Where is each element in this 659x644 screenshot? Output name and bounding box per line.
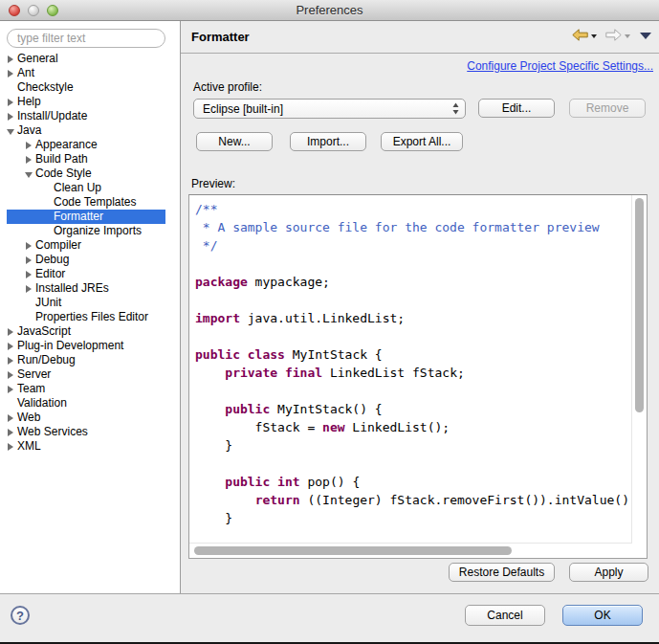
help-button[interactable]: ? (11, 606, 30, 625)
sidebar-item-label: Web (17, 411, 40, 425)
tree-collapsed-arrow-icon[interactable] (25, 271, 35, 278)
code-comment: /** (195, 202, 217, 216)
sidebar-item-checkstyle[interactable]: Checkstyle (7, 80, 165, 95)
sidebar-item-label: Java (17, 123, 41, 138)
code-text: ((Integer) fStack.removeFirst()).intValu… (300, 493, 629, 507)
tree-expanded-arrow-icon[interactable] (7, 127, 17, 135)
tree-collapsed-arrow-icon[interactable] (7, 429, 17, 436)
sidebar-item-code-style[interactable]: Code Style (7, 167, 165, 181)
sidebar-item-xml[interactable]: XML (7, 439, 165, 454)
sidebar-item-validation[interactable]: Validation (7, 396, 165, 411)
sidebar-item-server[interactable]: Server (7, 367, 165, 382)
sidebar-item-label: Organize Imports (54, 224, 142, 238)
code-text: } (195, 511, 232, 525)
code-line: import java.util.LinkedList; (195, 309, 631, 327)
zoom-button[interactable] (47, 5, 58, 16)
sidebar-item-label: Debug (35, 253, 69, 267)
sidebar-item-build-path[interactable]: Build Path (7, 152, 165, 167)
view-menu-icon[interactable] (640, 33, 651, 39)
formatter-panel: Formatter Configure Project Specific Set… (181, 21, 659, 593)
sidebar-item-web[interactable]: Web (7, 411, 165, 425)
sidebar-item-label: Help (17, 95, 41, 109)
sidebar-item-ant[interactable]: Ant (7, 66, 165, 80)
back-dropdown-icon[interactable] (591, 34, 597, 38)
export-all-button[interactable]: Export All... (381, 132, 463, 151)
sidebar-item-clean-up[interactable]: Clean Up (7, 181, 165, 195)
restore-defaults-button[interactable]: Restore Defaults (449, 563, 555, 582)
sidebar-item-team[interactable]: Team (7, 382, 165, 396)
cancel-button[interactable]: Cancel (465, 605, 545, 626)
sidebar-item-installed-jres[interactable]: Installed JREs (7, 281, 165, 296)
tree-collapsed-arrow-icon[interactable] (7, 70, 17, 78)
sidebar-item-properties-files-editor[interactable]: Properties Files Editor (7, 310, 165, 324)
tree-collapsed-arrow-icon[interactable] (7, 357, 17, 365)
minimize-button[interactable] (28, 5, 39, 16)
code-text: java.util.LinkedList; (240, 311, 405, 325)
code-line: } (195, 509, 631, 527)
remove-button[interactable]: Remove (569, 99, 646, 118)
sidebar-item-organize-imports[interactable]: Organize Imports (7, 224, 165, 238)
tree-collapsed-arrow-icon[interactable] (25, 285, 35, 293)
horizontal-scrollbar-thumb[interactable] (194, 546, 512, 555)
tree-expanded-arrow-icon[interactable] (25, 170, 35, 178)
tree-collapsed-arrow-icon[interactable] (7, 99, 17, 106)
sidebar-item-label: JUnit (35, 296, 61, 310)
horizontal-scrollbar[interactable] (189, 543, 632, 558)
code-line (195, 382, 631, 400)
code-line: private final LinkedList fStack; (195, 364, 631, 382)
tree-collapsed-arrow-icon[interactable] (7, 371, 17, 379)
back-icon[interactable] (572, 29, 588, 41)
sidebar-item-label: General (17, 52, 58, 66)
new-button[interactable]: New... (196, 132, 273, 151)
tree-collapsed-arrow-icon[interactable] (7, 56, 17, 63)
import-button[interactable]: Import... (290, 132, 366, 151)
sidebar-item-web-services[interactable]: Web Services (7, 425, 165, 439)
code-line (195, 327, 631, 345)
sidebar-item-formatter[interactable]: Formatter (7, 210, 165, 224)
forward-icon[interactable] (605, 29, 622, 41)
vertical-scrollbar-thumb[interactable] (635, 198, 644, 412)
sidebar-item-code-templates[interactable]: Code Templates (7, 195, 165, 210)
code-line: public int pop() { (195, 473, 631, 491)
code-text (240, 347, 248, 362)
code-line (195, 455, 631, 473)
sidebar: GeneralAntCheckstyleHelpInstall/UpdateJa… (0, 21, 181, 593)
sidebar-item-help[interactable]: Help (7, 95, 165, 109)
tree-collapsed-arrow-icon[interactable] (7, 414, 17, 422)
sidebar-item-editor[interactable]: Editor (7, 267, 165, 281)
tree-collapsed-arrow-icon[interactable] (25, 156, 35, 164)
tree-collapsed-arrow-icon[interactable] (7, 343, 17, 350)
configure-project-settings-link[interactable]: Configure Project Specific Settings... (467, 59, 653, 73)
tree-collapsed-arrow-icon[interactable] (7, 328, 17, 336)
tree-collapsed-arrow-icon[interactable] (25, 256, 35, 264)
active-profile-label: Active profile: (193, 80, 262, 94)
sidebar-item-appearance[interactable]: Appearance (7, 138, 165, 152)
code-text: MyIntStack() { (270, 402, 382, 416)
filter-input[interactable] (7, 29, 165, 48)
sidebar-item-plug-in-development[interactable]: Plug-in Development (7, 339, 165, 353)
sidebar-item-java[interactable]: Java (7, 123, 165, 138)
sidebar-item-compiler[interactable]: Compiler (7, 238, 165, 253)
tree-collapsed-arrow-icon[interactable] (7, 443, 17, 451)
sidebar-item-javascript[interactable]: JavaScript (7, 324, 165, 339)
tree-collapsed-arrow-icon[interactable] (7, 113, 17, 121)
forward-dropdown-icon[interactable] (625, 34, 630, 38)
tree-collapsed-arrow-icon[interactable] (7, 386, 17, 393)
sidebar-item-general[interactable]: General (7, 52, 165, 66)
code-keyword: int (277, 475, 299, 489)
sidebar-item-junit[interactable]: JUnit (7, 296, 165, 310)
sidebar-item-install-update[interactable]: Install/Update (7, 109, 165, 123)
code-line: } (195, 436, 631, 455)
tree-collapsed-arrow-icon[interactable] (25, 242, 35, 250)
sidebar-item-debug[interactable]: Debug (7, 253, 165, 267)
edit-button[interactable]: Edit... (478, 99, 555, 118)
code-text: LinkedList fStack; (322, 366, 465, 380)
ok-button[interactable]: OK (562, 605, 643, 626)
close-button[interactable] (9, 5, 20, 16)
profile-dropdown[interactable]: Eclipse [built-in] (193, 99, 466, 119)
vertical-scrollbar[interactable] (631, 195, 647, 544)
sidebar-item-run-debug[interactable]: Run/Debug (7, 353, 165, 367)
sidebar-item-label: Build Path (35, 152, 88, 167)
apply-button[interactable]: Apply (569, 563, 648, 582)
tree-collapsed-arrow-icon[interactable] (25, 142, 35, 149)
